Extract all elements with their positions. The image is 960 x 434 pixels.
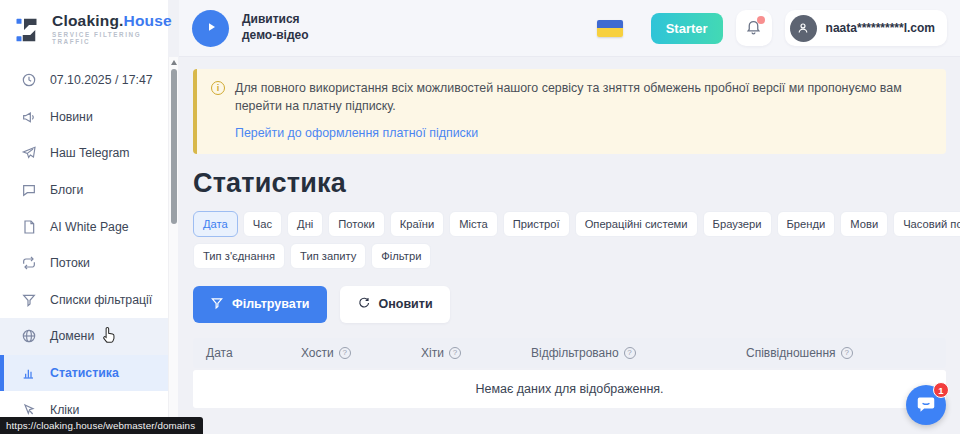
sidebar-scrollbar[interactable] bbox=[168, 57, 178, 434]
repeat-icon bbox=[21, 255, 37, 271]
sidebar-item-label: Блоги bbox=[50, 183, 83, 197]
topbar: Дивитися демо-відео Starter bbox=[179, 0, 960, 57]
bar-chart-icon bbox=[21, 365, 37, 381]
sidebar-item-label: Новини bbox=[50, 110, 93, 124]
column-header-ratio: Співвідношення ? bbox=[733, 346, 946, 360]
column-header-hits: Хіти ? bbox=[408, 346, 518, 360]
chat-widget-button[interactable]: 1 bbox=[906, 385, 946, 425]
sidebar-item-label: 07.10.2025 / 17:47 bbox=[50, 73, 153, 87]
page-title: Статистика bbox=[193, 168, 946, 199]
tab-date[interactable]: Дата bbox=[193, 211, 238, 237]
logo-title: Cloaking.House bbox=[52, 12, 172, 29]
demo-video-label[interactable]: Дивитися демо-відео bbox=[242, 12, 309, 43]
sidebar-datetime: 07.10.2025 / 17:47 bbox=[0, 62, 168, 99]
refresh-button[interactable]: Оновити bbox=[340, 286, 450, 323]
chat-bubble-icon bbox=[915, 393, 937, 418]
sidebar-item-label: Наш Telegram bbox=[50, 146, 130, 160]
banner-text: Для повного використання всіх можливосте… bbox=[235, 80, 930, 116]
sidebar-item-label: Статистика bbox=[50, 366, 119, 380]
column-header-filtered: Відфільтровано ? bbox=[518, 346, 733, 360]
scrollbar-thumb[interactable] bbox=[171, 69, 177, 224]
help-icon[interactable]: ? bbox=[449, 347, 461, 359]
stats-tabs-row-2: Тип з'єднання Тип запиту Фільтри bbox=[193, 243, 946, 269]
cloaking-house-logo-icon bbox=[14, 15, 44, 45]
plan-badge[interactable]: Starter bbox=[651, 13, 723, 44]
telegram-icon bbox=[21, 145, 37, 161]
column-header-hosts: Хости ? bbox=[288, 346, 408, 360]
stats-tabs-row-1: Дата Час Дні Потоки Країни Міста Пристро… bbox=[193, 211, 946, 237]
sidebar-item-ai-white-page[interactable]: AI White Page bbox=[0, 208, 168, 245]
tab-operating-systems[interactable]: Операційні системи bbox=[575, 211, 698, 237]
content: i Для повного використання всіх можливос… bbox=[179, 57, 960, 408]
notifications-button[interactable] bbox=[736, 10, 772, 46]
sidebar-item-streams[interactable]: Потоки bbox=[0, 245, 168, 282]
tab-brands[interactable]: Бренди bbox=[777, 211, 836, 237]
clock-icon bbox=[21, 72, 37, 88]
tab-time[interactable]: Час bbox=[243, 211, 282, 237]
tab-connection-type[interactable]: Тип з'єднання bbox=[193, 243, 285, 269]
tab-timezone[interactable]: Часовий пояс bbox=[893, 211, 960, 237]
actions-row: Фільтрувати Оновити bbox=[193, 286, 946, 323]
logo-subtitle: SERVICE FILTERING TRAFFIC bbox=[52, 32, 172, 45]
logo[interactable]: Cloaking.House SERVICE FILTERING TRAFFIC bbox=[0, 0, 168, 57]
play-icon bbox=[203, 19, 219, 38]
tab-devices[interactable]: Пристрої bbox=[503, 211, 570, 237]
filter-button[interactable]: Фільтрувати bbox=[193, 286, 327, 323]
funnel-icon bbox=[210, 296, 224, 313]
chat-unread-badge: 1 bbox=[933, 382, 949, 398]
sidebar-nav: 07.10.2025 / 17:47 Новини Наш Telegram Б… bbox=[0, 57, 168, 428]
tab-languages[interactable]: Мови bbox=[840, 211, 888, 237]
sidebar-item-blogs[interactable]: Блоги bbox=[0, 172, 168, 209]
ukraine-flag-icon[interactable] bbox=[597, 20, 623, 37]
avatar bbox=[790, 15, 817, 42]
tab-cities[interactable]: Міста bbox=[449, 211, 498, 237]
tab-filters[interactable]: Фільтри bbox=[371, 243, 431, 269]
sidebar-item-label: Домени bbox=[50, 329, 94, 343]
tab-request-type[interactable]: Тип запиту bbox=[290, 243, 366, 269]
funnel-icon bbox=[21, 292, 37, 308]
chat-bubble-icon bbox=[21, 182, 37, 198]
info-icon: i bbox=[211, 81, 225, 95]
sidebar-item-news[interactable]: Новини bbox=[0, 99, 168, 136]
sidebar-item-label: Кліки bbox=[50, 403, 79, 417]
sidebar-item-label: AI White Page bbox=[50, 220, 129, 234]
help-icon[interactable]: ? bbox=[624, 347, 636, 359]
tab-countries[interactable]: Країни bbox=[390, 211, 445, 237]
sidebar-item-filter-lists[interactable]: Списки фільтрації bbox=[0, 282, 168, 319]
sidebar-item-telegram[interactable]: Наш Telegram bbox=[0, 135, 168, 172]
sidebar: Cloaking.House SERVICE FILTERING TRAFFIC… bbox=[0, 0, 168, 434]
stats-table-header: Дата Хости ? Хіти ? Відфільтровано ? Спі… bbox=[193, 338, 946, 368]
sidebar-item-label: Списки фільтрації bbox=[50, 293, 152, 307]
tab-days[interactable]: Дні bbox=[287, 211, 323, 237]
globe-icon bbox=[21, 328, 37, 344]
table-empty-state: Немає даних для відображення. bbox=[193, 370, 946, 408]
scroll-up-arrow-icon[interactable] bbox=[171, 60, 177, 65]
tab-browsers[interactable]: Браузери bbox=[703, 211, 772, 237]
tab-streams[interactable]: Потоки bbox=[328, 211, 384, 237]
status-bar-url: https://cloaking.house/webmaster/domains bbox=[0, 417, 203, 434]
column-header-date: Дата bbox=[193, 346, 288, 360]
megaphone-icon bbox=[21, 109, 37, 125]
notification-dot bbox=[757, 16, 765, 24]
sidebar-item-label: Потоки bbox=[50, 256, 90, 270]
app-root: Cloaking.House SERVICE FILTERING TRAFFIC… bbox=[0, 0, 960, 434]
page-icon bbox=[21, 219, 37, 235]
user-email: naata**********l.com bbox=[826, 21, 935, 35]
sidebar-item-domains[interactable]: Домени bbox=[0, 318, 168, 355]
trial-warning-banner: i Для повного використання всіх можливос… bbox=[193, 69, 946, 154]
main-area: Дивитися демо-відео Starter bbox=[179, 0, 960, 434]
user-account-button[interactable]: naata**********l.com bbox=[785, 10, 947, 46]
cursor-icon bbox=[21, 402, 37, 418]
help-icon[interactable]: ? bbox=[339, 347, 351, 359]
sidebar-item-statistics[interactable]: Статистика bbox=[0, 355, 168, 392]
topbar-right: Starter naata**********l.com bbox=[597, 10, 947, 46]
help-icon[interactable]: ? bbox=[841, 347, 853, 359]
demo-video-play-button[interactable] bbox=[192, 10, 229, 47]
refresh-icon bbox=[357, 296, 371, 313]
subscription-link[interactable]: Перейти до оформлення платної підписки bbox=[235, 126, 478, 140]
